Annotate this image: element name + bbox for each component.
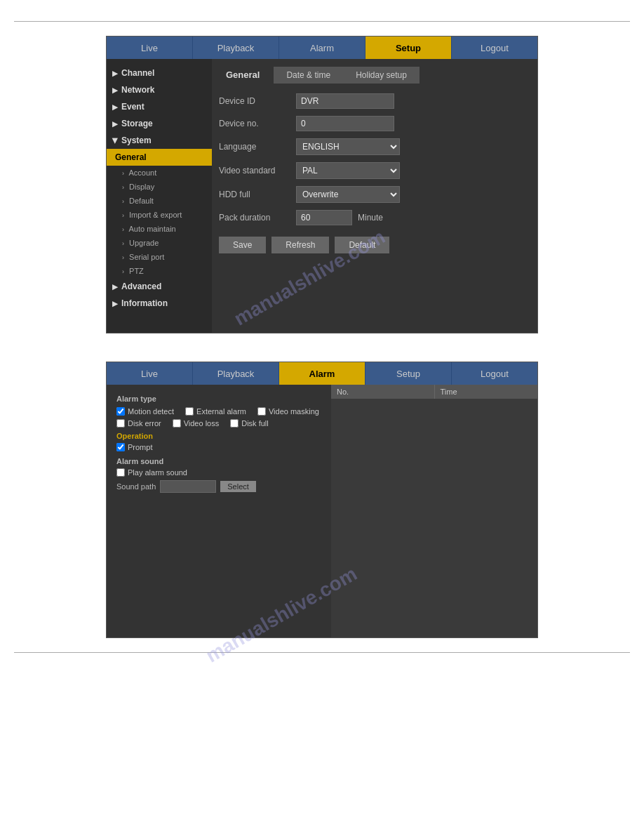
alarm-types-row1: Motion detect External alarm Video maski… bbox=[116, 407, 321, 416]
section-title: General bbox=[219, 66, 267, 84]
check-disk-full[interactable]: Disk full bbox=[230, 419, 269, 428]
sidebar-network[interactable]: ▶ Network bbox=[107, 81, 212, 98]
top-rule bbox=[14, 21, 630, 22]
alarm-sound-row: Play alarm sound bbox=[116, 468, 321, 477]
nav2-playback[interactable]: Playback bbox=[193, 362, 279, 385]
select-language[interactable]: ENGLISH bbox=[296, 138, 400, 155]
serial-port-chevron: › bbox=[122, 254, 124, 261]
nav-bar-1: Live Playback Alarm Setup Logout bbox=[107, 37, 537, 59]
col-time: Time bbox=[435, 385, 538, 399]
label-pack-duration: Pack duration bbox=[219, 213, 296, 223]
field-video-standard: Video standard PAL bbox=[219, 162, 530, 179]
sidebar-default[interactable]: › Default bbox=[107, 194, 212, 208]
check-play-alarm-sound[interactable]: Play alarm sound bbox=[116, 468, 187, 477]
nav-live[interactable]: Live bbox=[107, 37, 193, 59]
input-pack-duration[interactable] bbox=[296, 210, 352, 225]
pack-duration-unit: Minute bbox=[358, 213, 383, 223]
operation-title: Operation bbox=[116, 432, 321, 440]
operation-row: Prompt bbox=[116, 443, 321, 451]
label-hdd-full: HDD full bbox=[219, 190, 296, 199]
check-video-loss[interactable]: Video loss bbox=[173, 419, 220, 428]
btn-refresh[interactable]: Refresh bbox=[271, 237, 329, 253]
alarm-left: Alarm type Motion detect External alarm … bbox=[107, 385, 331, 637]
alarm-content: Alarm type Motion detect External alarm … bbox=[107, 385, 537, 637]
field-device-id: Device ID bbox=[219, 93, 530, 109]
tab-holiday-setup[interactable]: Holiday setup bbox=[343, 67, 420, 84]
select-button[interactable]: Select bbox=[220, 481, 256, 492]
storage-arrow: ▶ bbox=[112, 120, 118, 128]
alarm-right-header: No. Time bbox=[331, 385, 537, 399]
sidebar-system[interactable]: ▶ System bbox=[107, 132, 212, 149]
sidebar-general[interactable]: General bbox=[107, 149, 212, 166]
nav-bar-2: Live Playback Alarm Setup Logout bbox=[107, 362, 537, 385]
sidebar-import-export[interactable]: › Import & export bbox=[107, 208, 212, 222]
alarm-right: No. Time bbox=[331, 385, 537, 637]
nav-playback[interactable]: Playback bbox=[193, 37, 279, 59]
sidebar-storage[interactable]: ▶ Storage bbox=[107, 115, 212, 132]
field-pack-duration: Pack duration Minute bbox=[219, 210, 530, 225]
general-form: Device ID Device no. Language ENGLISH bbox=[219, 93, 530, 225]
nav-logout[interactable]: Logout bbox=[452, 37, 537, 59]
sidebar-channel[interactable]: ▶ Channel bbox=[107, 65, 212, 81]
label-video-standard: Video standard bbox=[219, 166, 296, 176]
select-hdd-full[interactable]: Overwrite bbox=[296, 186, 400, 203]
check-motion-detect[interactable]: Motion detect bbox=[116, 407, 174, 416]
account-chevron: › bbox=[122, 170, 124, 177]
display-chevron: › bbox=[122, 184, 124, 191]
sound-path-input[interactable] bbox=[160, 480, 216, 493]
label-language: Language bbox=[219, 142, 296, 152]
check-external-alarm[interactable]: External alarm bbox=[185, 407, 246, 416]
alarm-type-title: Alarm type bbox=[116, 395, 321, 403]
channel-arrow: ▶ bbox=[112, 70, 118, 77]
main-content-1: General Date & time Holiday setup Device… bbox=[212, 59, 537, 333]
btn-default[interactable]: Default bbox=[335, 237, 389, 253]
tab-date-time[interactable]: Date & time bbox=[274, 67, 343, 84]
nav-setup[interactable]: Setup bbox=[365, 37, 452, 59]
content-area-1: ▶ Channel ▶ Network ▶ Event ▶ Storage ▶ bbox=[107, 59, 537, 333]
nav2-live[interactable]: Live bbox=[107, 362, 193, 385]
bottom-rule bbox=[14, 652, 630, 653]
advanced-arrow: ▶ bbox=[112, 283, 118, 291]
select-video-standard[interactable]: PAL bbox=[296, 162, 400, 179]
check-disk-error[interactable]: Disk error bbox=[116, 419, 161, 428]
setup-panel: Live Playback Alarm Setup Logout ▶ Chann… bbox=[106, 36, 538, 333]
sidebar-upgrade[interactable]: › Upgrade bbox=[107, 236, 212, 250]
information-arrow: ▶ bbox=[112, 300, 118, 307]
alarm-sound-title: Alarm sound bbox=[116, 457, 321, 465]
sidebar-advanced[interactable]: ▶ Advanced bbox=[107, 278, 212, 295]
default-chevron: › bbox=[122, 198, 124, 205]
field-hdd-full: HDD full Overwrite bbox=[219, 186, 530, 203]
sidebar-auto-maintain[interactable]: › Auto maintain bbox=[107, 222, 212, 236]
nav2-setup[interactable]: Setup bbox=[365, 362, 452, 385]
nav2-alarm[interactable]: Alarm bbox=[279, 362, 365, 385]
btn-save[interactable]: Save bbox=[219, 237, 266, 253]
label-device-id: Device ID bbox=[219, 96, 296, 106]
input-device-id[interactable] bbox=[296, 93, 394, 109]
sidebar-serial-port[interactable]: › Serial port bbox=[107, 250, 212, 264]
page-container: manualshlive.com manualshlive.com Live P… bbox=[0, 0, 644, 674]
sidebar-1: ▶ Channel ▶ Network ▶ Event ▶ Storage ▶ bbox=[107, 59, 212, 333]
alarm-panel: Live Playback Alarm Setup Logout Alarm t… bbox=[106, 362, 538, 638]
nav2-logout[interactable]: Logout bbox=[452, 362, 537, 385]
sound-path-label: Sound path bbox=[116, 482, 156, 491]
sidebar-display[interactable]: › Display bbox=[107, 180, 212, 194]
col-no: No. bbox=[331, 385, 435, 399]
sidebar-account[interactable]: › Account bbox=[107, 166, 212, 180]
header-row: General Date & time Holiday setup bbox=[219, 66, 530, 84]
sidebar-ptz[interactable]: › PTZ bbox=[107, 264, 212, 278]
input-device-no[interactable] bbox=[296, 116, 394, 131]
check-prompt[interactable]: Prompt bbox=[116, 443, 152, 451]
ptz-chevron: › bbox=[122, 268, 124, 275]
field-device-no: Device no. bbox=[219, 116, 530, 131]
nav-alarm[interactable]: Alarm bbox=[279, 37, 365, 59]
auto-maintain-chevron: › bbox=[122, 226, 124, 233]
network-arrow: ▶ bbox=[112, 86, 118, 94]
check-video-masking[interactable]: Video masking bbox=[257, 407, 319, 416]
alarm-types-row2: Disk error Video loss Disk full bbox=[116, 419, 321, 428]
sidebar-event[interactable]: ▶ Event bbox=[107, 98, 212, 115]
action-buttons: Save Refresh Default bbox=[219, 237, 530, 253]
sidebar-information[interactable]: ▶ Information bbox=[107, 295, 212, 312]
upgrade-chevron: › bbox=[122, 240, 124, 247]
system-arrow: ▶ bbox=[112, 138, 119, 143]
label-device-no: Device no. bbox=[219, 119, 296, 128]
